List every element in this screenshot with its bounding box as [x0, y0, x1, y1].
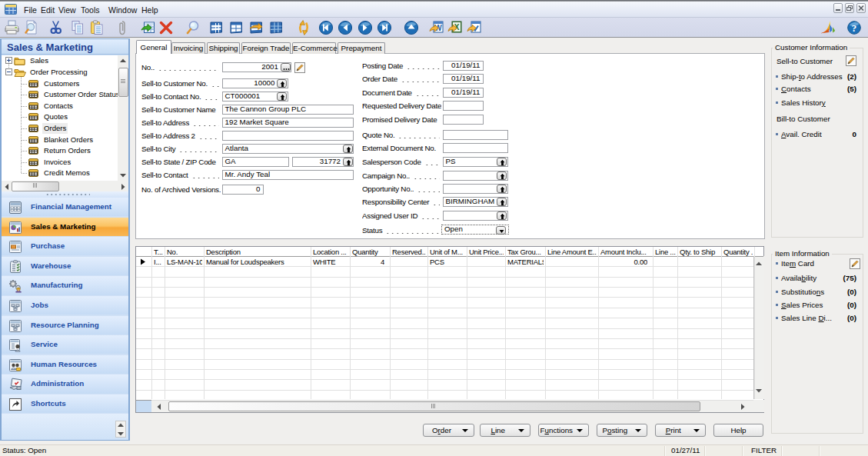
svg-text:?: ?	[852, 22, 857, 34]
